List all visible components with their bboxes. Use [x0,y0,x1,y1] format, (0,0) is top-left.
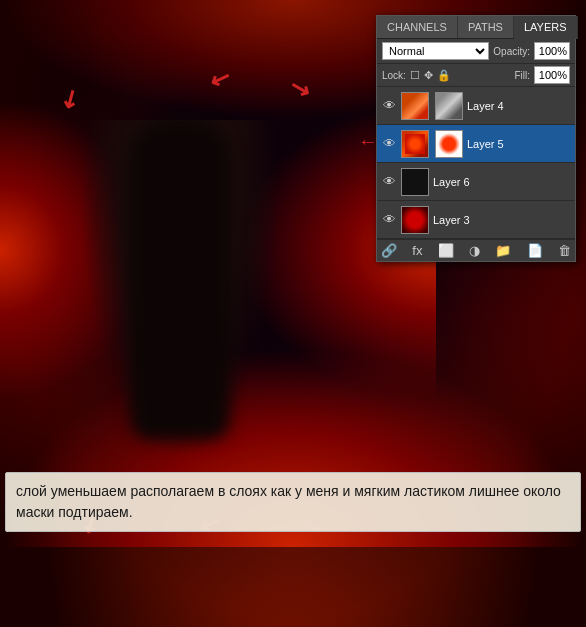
layer-layer6[interactable]: 👁 Layer 6 [377,163,575,201]
opacity-label: Opacity: [493,46,530,57]
layer3-name: Layer 3 [433,214,571,226]
layer-layer4[interactable]: 👁 Layer 4 [377,87,575,125]
mask-thumbnail-layer4 [435,92,463,120]
blend-mode-select[interactable]: Normal Dissolve Multiply Screen Overlay [382,42,489,60]
layer5-name: Layer 5 [467,138,571,150]
panel-tabs: CHANNELS PATHS LAYERS [377,16,575,39]
link-icon[interactable]: 🔗 [381,243,397,258]
annotation-text: слой уменьшаем располагаем в слоях как у… [16,481,570,523]
thumbnail-layer3 [401,206,429,234]
panel-bottom-bar: 🔗 fx ⬜ ◑ 📁 📄 🗑 [377,239,575,261]
visibility-eye-layer3[interactable]: 👁 [381,212,397,227]
opacity-input[interactable] [534,42,570,60]
fill-label: Fill: [514,70,530,81]
tab-channels[interactable]: CHANNELS [377,16,458,38]
visibility-eye-layer6[interactable]: 👁 [381,174,397,189]
layer4-name: Layer 4 [467,100,571,112]
adjustment-icon[interactable]: ◑ [469,243,480,258]
layers-panel: CHANNELS PATHS LAYERS Normal Dissolve Mu… [376,15,576,262]
lock-all-icon[interactable]: 🔒 [437,69,451,82]
lock-pixels-icon[interactable]: ☐ [410,69,420,82]
thumbnail-layer6 [401,168,429,196]
new-layer-icon[interactable]: 📄 [527,243,543,258]
annotation-box: слой уменьшаем располагаем в слоях как у… [5,472,581,532]
visibility-eye-layer5[interactable]: 👁 [381,136,397,151]
fill-input[interactable] [534,66,570,84]
layer-layer3[interactable]: 👁 Layer 3 [377,201,575,239]
layer5-pointer-arrow: ← [358,130,378,153]
tab-layers[interactable]: LAYERS [514,16,578,39]
blend-opacity-row: Normal Dissolve Multiply Screen Overlay … [377,39,575,64]
group-icon[interactable]: 📁 [495,243,511,258]
delete-layer-icon[interactable]: 🗑 [558,243,571,258]
figure-silhouette [80,120,280,460]
layer6-name: Layer 6 [433,176,571,188]
lock-label: Lock: [382,70,406,81]
lock-move-icon[interactable]: ✥ [424,69,433,82]
thumbnail-layer5 [401,130,429,158]
lock-fill-row: Lock: ☐ ✥ 🔒 Fill: [377,64,575,87]
fx-icon[interactable]: fx [412,243,422,258]
thumbnail-layer4 [401,92,429,120]
tab-paths[interactable]: PATHS [458,16,514,38]
layer-layer5[interactable]: 👁 Layer 5 [377,125,575,163]
visibility-eye-layer4[interactable]: 👁 [381,98,397,113]
mask-icon[interactable]: ⬜ [438,243,454,258]
mask-thumbnail-layer5 [435,130,463,158]
